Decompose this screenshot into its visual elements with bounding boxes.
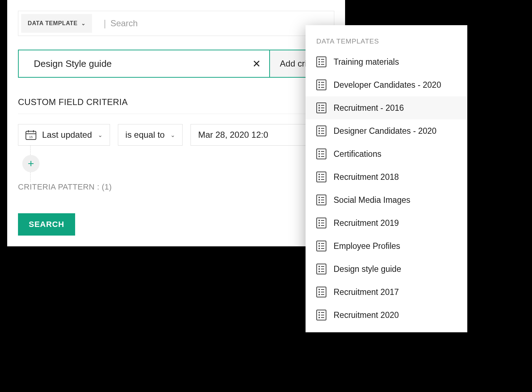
data-template-dropdown[interactable]: DATA TEMPLATE ⌄: [21, 14, 92, 33]
template-icon: [316, 126, 326, 136]
template-item-label: Training materials: [334, 57, 399, 67]
template-item[interactable]: Recruitment 2018: [306, 165, 467, 188]
template-item-label: Employee Profiles: [334, 241, 400, 251]
criteria-connector: [30, 172, 31, 182]
template-item-label: Social Media Images: [334, 195, 411, 205]
template-icon: [316, 102, 326, 113]
close-icon: ✕: [252, 58, 261, 70]
chevron-down-icon: ⌄: [81, 20, 86, 26]
template-item[interactable]: Recruitment 2019: [306, 211, 467, 234]
chevron-down-icon: ⌄: [170, 132, 175, 138]
template-list: Training materialsDeveloper Candidates -…: [306, 50, 467, 327]
template-item-label: Recruitment - 2016: [334, 103, 404, 113]
add-criteria-fab[interactable]: +: [22, 155, 40, 172]
data-template-label: DATA TEMPLATE: [28, 20, 78, 27]
criteria-connector: [30, 146, 31, 155]
template-icon: [316, 241, 326, 251]
calendar-icon: [26, 130, 36, 140]
criteria-pattern-value: (1): [102, 182, 112, 191]
template-icon: [316, 172, 326, 182]
template-icon: [316, 195, 326, 205]
criteria-row: Last updated ⌄ is equal to ⌄ Mar 28, 202…: [18, 124, 334, 146]
template-item-label: Certifications: [334, 149, 381, 159]
template-item[interactable]: Design style guide: [306, 257, 467, 281]
template-item-label: Design style guide: [334, 264, 401, 274]
template-item[interactable]: Recruitment 2017: [306, 281, 467, 304]
search-button-label: SEARCH: [29, 220, 64, 229]
criteria-operator-dropdown[interactable]: is equal to ⌄: [118, 124, 183, 146]
template-icon: [316, 310, 326, 320]
criteria-field-dropdown[interactable]: Last updated ⌄: [18, 124, 110, 146]
template-icon: [316, 79, 326, 90]
criteria-field-value: Last updated: [42, 130, 92, 140]
search-panel: DATA TEMPLATE ⌄ | Design Style guide ✕ A…: [7, 0, 345, 246]
template-item[interactable]: Developer Candidates - 2020: [306, 73, 467, 96]
template-item-label: Recruitment 2020: [334, 310, 399, 320]
template-item-label: Recruitment 2017: [334, 287, 399, 297]
template-icon: [316, 287, 326, 297]
template-item[interactable]: Training materials: [306, 50, 467, 73]
template-item[interactable]: Designer Candidates - 2020: [306, 119, 467, 142]
template-item[interactable]: Recruitment 2020: [306, 304, 467, 327]
chevron-down-icon: ⌄: [98, 132, 102, 138]
template-item[interactable]: Certifications: [306, 142, 467, 165]
cursor-caret-icon: |: [95, 18, 107, 29]
search-row: DATA TEMPLATE ⌄ |: [18, 11, 334, 36]
template-item-label: Designer Candidates - 2020: [334, 126, 436, 136]
template-item-label: Developer Candidates - 2020: [334, 80, 441, 90]
template-item-label: Recruitment 2019: [334, 218, 399, 228]
search-input[interactable]: [107, 11, 334, 36]
template-item[interactable]: Employee Profiles: [306, 234, 467, 257]
search-button[interactable]: SEARCH: [18, 213, 75, 236]
template-icon: [316, 264, 326, 274]
criteria-operator-value: is equal to: [125, 130, 165, 140]
template-icon: [316, 218, 326, 228]
custom-field-criteria-heading: CUSTOM FIELD CRITERIA: [18, 97, 334, 114]
criteria-pattern-line: CRITERIA PATTERN : (1): [18, 182, 334, 192]
plus-icon: +: [28, 158, 34, 170]
criteria-pattern-label: CRITERIA PATTERN :: [18, 182, 99, 191]
clear-selection-button[interactable]: ✕: [244, 50, 269, 77]
selected-template-row: Design Style guide ✕ Add criteria: [18, 50, 334, 78]
data-templates-heading: DATA TEMPLATES: [306, 37, 467, 50]
template-icon: [316, 149, 326, 159]
data-templates-dropdown-panel: DATA TEMPLATES Training materialsDevelop…: [306, 25, 467, 332]
template-item[interactable]: Social Media Images: [306, 188, 467, 211]
selected-template-value: Design Style guide: [19, 50, 244, 77]
template-item[interactable]: Recruitment - 2016: [306, 96, 467, 119]
template-icon: [316, 56, 326, 67]
criteria-value-text: Mar 28, 2020 12:0: [198, 130, 268, 140]
template-item-label: Recruitment 2018: [334, 172, 399, 182]
